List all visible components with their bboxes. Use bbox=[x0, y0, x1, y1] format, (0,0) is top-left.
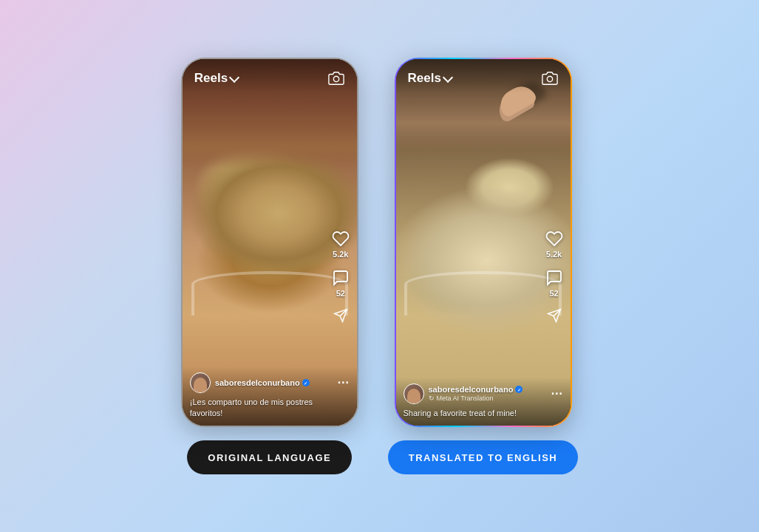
original-language-button[interactable]: ORIGINAL LANGUAGE bbox=[187, 440, 352, 474]
comment-icon-original bbox=[332, 269, 350, 287]
original-username-block: saboresdelconurbano ✓ bbox=[215, 378, 310, 387]
camera-button-translated[interactable] bbox=[541, 69, 559, 87]
share-button-original[interactable] bbox=[333, 308, 348, 323]
caption-original: ¡Les comparto uno de mis postres favorit… bbox=[190, 397, 350, 418]
original-phone-header: Reels bbox=[183, 59, 357, 93]
username-translated: saboresdelconurbano bbox=[429, 385, 514, 394]
verified-badge-translated: ✓ bbox=[515, 386, 523, 393]
reels-label-translated: Reels bbox=[408, 71, 441, 86]
like-button-original[interactable]: 5.2k bbox=[332, 230, 350, 259]
reels-title-translated: Reels bbox=[408, 71, 452, 86]
original-language-section: Reels bbox=[181, 58, 358, 474]
original-username-row: saboresdelconurbano ✓ bbox=[215, 378, 310, 387]
verified-badge-original: ✓ bbox=[302, 379, 310, 386]
heart-icon-original bbox=[332, 230, 350, 248]
share-icon-original bbox=[333, 308, 348, 323]
chevron-down-icon-translated bbox=[443, 72, 453, 82]
more-options-translated[interactable]: ⋯ bbox=[551, 388, 563, 400]
verified-check-icon-original: ✓ bbox=[304, 381, 307, 386]
translated-user-row: saboresdelconurbano ✓ ↻ Meta AI Translat… bbox=[404, 383, 563, 404]
heart-icon-translated bbox=[545, 230, 563, 248]
side-actions-translated: 5.2k 52 bbox=[545, 230, 563, 323]
camera-button-original[interactable] bbox=[327, 69, 345, 87]
translation-label: ↻ Meta AI Translation bbox=[429, 395, 523, 402]
meta-ai-translation-label: Meta AI Translation bbox=[437, 395, 494, 402]
more-options-original[interactable]: ⋯ bbox=[337, 377, 350, 389]
like-count-original: 5.2k bbox=[333, 250, 348, 259]
comment-count-original: 52 bbox=[336, 289, 345, 298]
translated-phone-frame: Reels bbox=[395, 58, 572, 427]
rotate-icon: ↻ bbox=[429, 395, 435, 402]
translated-to-english-button[interactable]: TRANSLATED TO ENGLISH bbox=[388, 440, 578, 474]
translated-phone-header: Reels bbox=[396, 59, 571, 93]
avatar-original bbox=[190, 372, 211, 393]
translated-user-info: saboresdelconurbano ✓ ↻ Meta AI Translat… bbox=[404, 383, 523, 404]
original-phone-content: Reels bbox=[183, 59, 357, 426]
bowl-rim-translated bbox=[404, 271, 561, 316]
side-actions-original: 5.2k 52 bbox=[332, 230, 350, 323]
camera-svg-original bbox=[328, 70, 344, 86]
original-phone-frame: Reels bbox=[181, 58, 358, 427]
original-phone-bottom: saboresdelconurbano ✓ ⋯ ¡Les comparto un… bbox=[183, 366, 357, 426]
like-button-translated[interactable]: 5.2k bbox=[545, 230, 563, 259]
comment-icon-translated bbox=[545, 269, 563, 287]
verified-check-icon-translated: ✓ bbox=[517, 387, 521, 392]
svg-point-0 bbox=[333, 76, 338, 81]
original-user-info: saboresdelconurbano ✓ bbox=[190, 372, 310, 393]
translated-username-block: saboresdelconurbano ✓ ↻ Meta AI Translat… bbox=[429, 385, 523, 402]
comment-button-original[interactable]: 52 bbox=[332, 269, 350, 298]
share-icon-translated bbox=[547, 308, 562, 323]
caption-translated: Sharing a favorite treat of mine! bbox=[404, 408, 563, 418]
translated-phone-content: Reels bbox=[396, 59, 571, 426]
bowl-rim-original bbox=[191, 271, 348, 316]
original-user-row: saboresdelconurbano ✓ ⋯ bbox=[190, 372, 350, 393]
like-count-translated: 5.2k bbox=[546, 250, 562, 259]
avatar-person-original bbox=[194, 378, 207, 392]
reels-title-original: Reels bbox=[194, 71, 238, 86]
share-button-translated[interactable] bbox=[547, 308, 562, 323]
chevron-down-icon-original bbox=[229, 72, 239, 82]
avatar-translated bbox=[404, 383, 424, 404]
translated-language-section: Reels bbox=[388, 58, 578, 474]
translated-food-image bbox=[396, 59, 571, 426]
avatar-person-translated bbox=[407, 389, 421, 403]
translated-username-row: saboresdelconurbano ✓ bbox=[429, 385, 523, 394]
main-container: Reels bbox=[181, 58, 578, 474]
comment-button-translated[interactable]: 52 bbox=[545, 269, 563, 298]
translated-phone-bottom: saboresdelconurbano ✓ ↻ Meta AI Translat… bbox=[396, 378, 571, 426]
comment-count-translated: 52 bbox=[549, 289, 558, 298]
camera-svg-translated bbox=[542, 70, 558, 86]
username-original: saboresdelconurbano bbox=[215, 378, 300, 387]
svg-point-3 bbox=[547, 76, 552, 81]
reels-label-original: Reels bbox=[194, 71, 228, 86]
